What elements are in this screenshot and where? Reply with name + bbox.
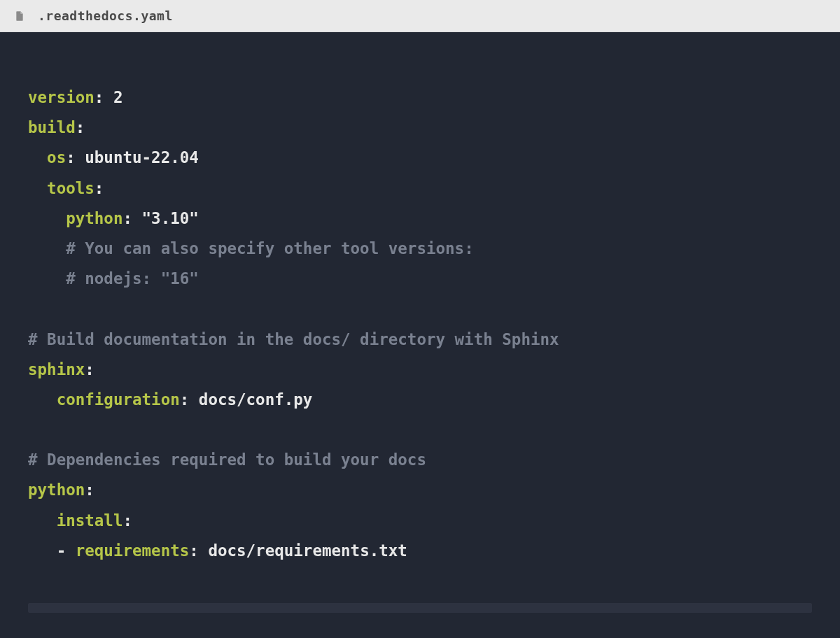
yaml-val-python-tool: "3.10": [142, 209, 199, 227]
yaml-source: version: 2 build: os: ubuntu-22.04 tools…: [28, 83, 812, 566]
yaml-key-configuration: configuration: [57, 390, 180, 409]
yaml-key-os: os: [47, 148, 66, 166]
yaml-val-os: ubuntu-22.04: [85, 148, 199, 166]
file-header: .readthedocs.yaml: [0, 0, 840, 32]
yaml-key-tools: tools: [47, 179, 94, 197]
yaml-key-sphinx: sphinx: [28, 360, 85, 378]
yaml-key-python-tool: python: [66, 209, 122, 227]
yaml-comment: # Dependencies required to build your do…: [28, 451, 426, 469]
yaml-val-requirements: docs/requirements.txt: [208, 541, 407, 560]
yaml-key-requirements: requirements: [76, 541, 190, 560]
filename: .readthedocs.yaml: [38, 8, 173, 23]
yaml-comment: # You can also specify other tool versio…: [66, 239, 473, 257]
horizontal-scrollbar[interactable]: [28, 603, 812, 613]
yaml-val-version: 2: [113, 88, 123, 106]
yaml-dash: -: [57, 541, 66, 560]
file-icon: [14, 10, 25, 22]
yaml-comment: # Build documentation in the docs/ direc…: [28, 330, 559, 348]
yaml-key-build: build: [28, 118, 76, 136]
yaml-comment: # nodejs: "16": [66, 269, 199, 288]
yaml-key-version: version: [28, 88, 94, 106]
yaml-key-python: python: [28, 481, 85, 499]
code-viewer[interactable]: version: 2 build: os: ubuntu-22.04 tools…: [0, 32, 840, 638]
yaml-val-configuration: docs/conf.py: [199, 390, 313, 409]
yaml-key-install: install: [57, 511, 123, 530]
